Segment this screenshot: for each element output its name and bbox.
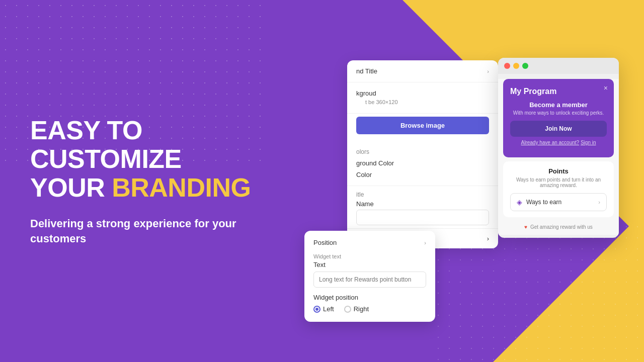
position-chevron: › (424, 240, 426, 246)
window-dot-yellow[interactable] (513, 63, 519, 69)
title-line2: YOUR (30, 173, 112, 202)
program-name-input[interactable] (356, 210, 489, 225)
main-title: EASY TO CUSTOMIZE YOUR BRANDING (30, 116, 252, 203)
radio-left-circle (313, 306, 320, 313)
sign-in-link[interactable]: Sign in (581, 140, 596, 145)
position-row[interactable]: Position › (313, 239, 426, 246)
become-member-sub: With more ways to unlock exciting perks. (510, 110, 607, 116)
background-label: kgroud (356, 89, 407, 97)
join-now-button[interactable]: Join Now (510, 121, 607, 137)
ways-to-earn-label: Ways to earn (526, 199, 561, 206)
points-sub: Ways to earn points and turn it into an … (510, 177, 607, 188)
radio-right-circle (344, 306, 351, 313)
radio-right-label: Right (354, 305, 369, 313)
radio-right[interactable]: Right (344, 305, 369, 313)
window-dot-green[interactable] (522, 63, 528, 69)
name-label: Name (356, 200, 489, 208)
widget-text-sublabel: Text (313, 261, 426, 268)
subtitle: Delivering a strong experience for your … (30, 216, 252, 246)
reward-footer-text: Get amazing reward with us (530, 224, 593, 230)
more-chevron: › (487, 235, 489, 242)
program-name: My Program (510, 87, 607, 96)
widget-text-input[interactable] (313, 272, 426, 288)
settings-row-title[interactable]: nd Title › (347, 60, 498, 82)
panel-titlebar (498, 58, 619, 74)
settings-panel: nd Title › kgroud t be 360×120 Browse im… (347, 60, 498, 248)
title-section-label: itle (356, 191, 489, 198)
close-icon[interactable]: × (604, 84, 608, 92)
become-member-section: Become a member With more ways to unlock… (510, 101, 607, 145)
position-label: Position (313, 239, 337, 246)
already-account-text: Already have an account? (521, 140, 580, 145)
colors-title: olors (356, 148, 489, 155)
left-content: EASY TO CUSTOMIZE YOUR BRANDING Deliveri… (0, 0, 282, 362)
browse-image-button[interactable]: Browse image (356, 117, 489, 134)
title-line1: EASY TO CUSTOMIZE (30, 116, 182, 173)
ways-left: ◈ Ways to earn (517, 198, 561, 206)
reward-footer: ♥ Get amazing reward with us (503, 221, 614, 235)
program-panel: × My Program Become a member With more w… (498, 58, 619, 238)
settings-row-background[interactable]: kgroud t be 360×120 (347, 82, 498, 114)
diamond-icon: ◈ (517, 198, 522, 206)
ways-to-earn-button[interactable]: ◈ Ways to earn › (510, 193, 607, 211)
browse-btn-wrapper: Browse image (347, 114, 498, 143)
settings-title-label: nd Title (356, 67, 377, 75)
points-card: Points Ways to earn points and turn it i… (503, 161, 614, 217)
settings-title-chevron: › (487, 68, 489, 74)
heart-icon: ♥ (524, 224, 527, 230)
colors-section: olors ground Color Color (347, 143, 498, 186)
radio-left[interactable]: Left (313, 305, 334, 313)
panel-body: × My Program Become a member With more w… (498, 79, 619, 235)
title-section: itle Name (347, 186, 498, 228)
widget-text-section-label: Widget text (313, 253, 426, 259)
radio-group: Left Right (313, 305, 426, 313)
panels-container: nd Title › kgroud t be 360×120 Browse im… (262, 0, 644, 362)
program-header: × My Program Become a member With more w… (503, 79, 614, 157)
sign-in-text: Already have an account? Sign in (510, 140, 607, 145)
widget-position-label: Widget position (313, 294, 426, 301)
widget-popup: Position › Widget text Text Widget posit… (304, 231, 435, 322)
background-hint: t be 360×120 (356, 97, 407, 106)
points-title: Points (510, 167, 607, 175)
radio-left-label: Left (323, 305, 334, 313)
text-color-row[interactable]: Color (356, 169, 489, 180)
ways-chevron-icon: › (598, 199, 600, 205)
become-member-title: Become a member (510, 101, 607, 109)
window-dot-red[interactable] (504, 63, 510, 69)
bg-color-row[interactable]: ground Color (356, 157, 489, 169)
title-highlight: BRANDING (112, 173, 251, 202)
